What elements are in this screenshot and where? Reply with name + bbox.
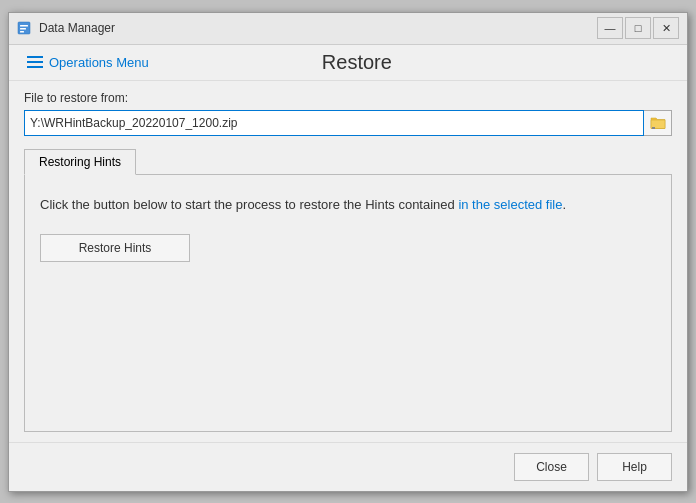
content-area: File to restore from: Restoring Hints Cl… — [9, 81, 687, 442]
hint-description: Click the button below to start the proc… — [40, 195, 656, 215]
svg-rect-3 — [20, 31, 24, 33]
maximize-button[interactable]: □ — [625, 17, 651, 39]
window-controls: — □ ✕ — [597, 17, 679, 39]
operations-menu[interactable]: Operations Menu — [19, 51, 157, 74]
minimize-button[interactable]: — — [597, 17, 623, 39]
file-path-input[interactable] — [24, 110, 644, 136]
help-button[interactable]: Help — [597, 453, 672, 481]
hamburger-icon — [27, 56, 43, 68]
main-window: Data Manager — □ ✕ Operations Menu Resto… — [8, 12, 688, 492]
operations-menu-label: Operations Menu — [49, 55, 149, 70]
svg-rect-5 — [652, 127, 655, 129]
menu-bar: Operations Menu Restore — [9, 45, 687, 81]
svg-rect-1 — [20, 25, 28, 27]
window-title: Data Manager — [39, 21, 597, 35]
file-label: File to restore from: — [24, 91, 672, 105]
browse-button[interactable] — [644, 110, 672, 136]
page-title: Restore — [157, 51, 557, 74]
svg-rect-2 — [20, 28, 26, 30]
file-input-row — [24, 110, 672, 136]
folder-icon — [650, 116, 666, 130]
app-icon — [17, 20, 33, 36]
tab-restoring-hints[interactable]: Restoring Hints — [24, 149, 136, 175]
title-bar: Data Manager — □ ✕ — [9, 13, 687, 45]
restore-hints-button[interactable]: Restore Hints — [40, 234, 190, 262]
close-dialog-button[interactable]: Close — [514, 453, 589, 481]
tab-content-restoring-hints: Click the button below to start the proc… — [24, 175, 672, 432]
tab-bar: Restoring Hints — [24, 148, 672, 175]
footer: Close Help — [9, 442, 687, 491]
close-button[interactable]: ✕ — [653, 17, 679, 39]
